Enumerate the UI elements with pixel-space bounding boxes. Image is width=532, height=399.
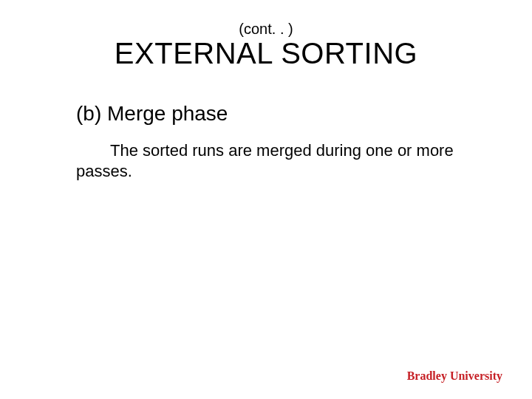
slide: (cont. . ) EXTERNAL SORTING (b) Merge ph… <box>0 0 532 399</box>
continuation-label: (cont. . ) <box>0 21 532 38</box>
section-subheading: (b) Merge phase <box>76 102 228 126</box>
body-paragraph: The sorted runs are merged during one or… <box>76 140 460 181</box>
page-title: EXTERNAL SORTING <box>0 37 532 70</box>
footer-institution: Bradley University <box>407 369 502 383</box>
